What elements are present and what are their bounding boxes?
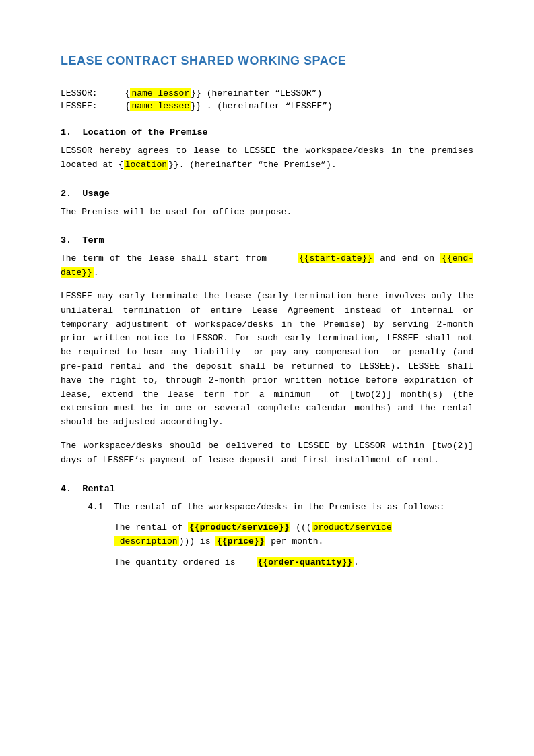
lessee-label: LESSEE: [61, 101, 114, 111]
section-4-heading: 4. Rental [61, 484, 473, 494]
location-placeholder: location [124, 160, 168, 170]
section-3-para-3: The workspace/desks should be delivered … [61, 439, 473, 468]
lessor-label: LESSOR: [61, 88, 114, 98]
parties-section: LESSOR: {name lessor}} (hereinafter “LES… [61, 88, 473, 111]
price-placeholder: {{price}} [215, 536, 265, 546]
section-1-heading: 1. Location of the Premise [61, 127, 473, 137]
lessor-placeholder: name lessor [130, 88, 191, 98]
section-2-heading: 2. Usage [61, 189, 473, 199]
lessee-line: LESSEE: {name lessee}} . (hereinafter “L… [61, 101, 473, 111]
section-3-para-1: The term of the lease shall start from {… [61, 252, 473, 280]
start-date-placeholder: {{start-date}} [298, 253, 374, 263]
end-date-placeholder: {{end-date}} [61, 253, 473, 278]
section-1-para: LESSOR hereby agrees to lease to LESSEE … [61, 144, 473, 172]
document-title: LEASE CONTRACT SHARED WORKING SPACE [61, 54, 473, 68]
rental-detail-1: The rental of {{product/service}} (((pro… [114, 521, 473, 549]
section-3-para-2: LESSEE may early terminate the Lease (ea… [61, 290, 473, 430]
lessor-line: LESSOR: {name lessor}} (hereinafter “LES… [61, 88, 473, 98]
section-3-heading: 3. Term [61, 235, 473, 245]
product-service-placeholder: {{product/service}} [188, 522, 290, 532]
rental-detail-2: The quantity ordered is {{order-quantity… [114, 556, 473, 570]
section-2-para: The Premise will be used for office purp… [61, 206, 473, 220]
document-page: LEASE CONTRACT SHARED WORKING SPACE LESS… [0, 0, 534, 756]
order-quantity-placeholder: {{order-quantity}} [257, 557, 354, 567]
lessee-placeholder: name lessee [130, 101, 191, 111]
section-4-subsection-1: 4.1 The rental of the workspace/desks in… [88, 501, 473, 515]
lessor-value: {name lessor}} (hereinafter “LESSOR”) [114, 88, 322, 98]
lessee-value: {name lessee}} . (hereinafter “LESSEE”) [114, 101, 333, 111]
